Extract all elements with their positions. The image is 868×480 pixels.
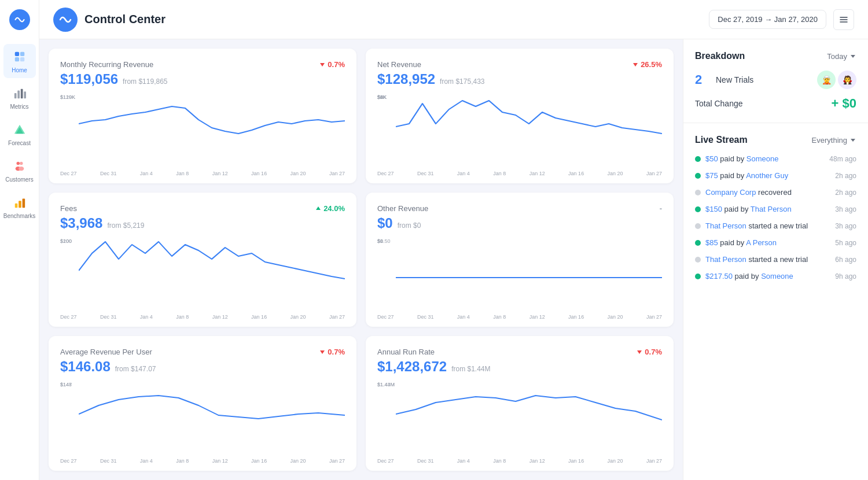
- arpu-badge: 0.7%: [319, 348, 345, 356]
- svg-marker-24: [320, 350, 325, 354]
- stream-company-3[interactable]: Company Corp: [705, 188, 756, 197]
- total-change-label: Total Change: [695, 99, 743, 108]
- fees-value: $3,968: [60, 215, 102, 231]
- new-trials-label: New Trials: [716, 75, 810, 84]
- stream-amount-4[interactable]: $150: [705, 205, 722, 213]
- stream-person-6[interactable]: A Person: [746, 238, 777, 247]
- svg-rect-3: [20, 57, 24, 61]
- stream-item-1: $50 paid by Someone 48m ago: [695, 154, 856, 163]
- stream-item-8: $217.50 paid by Someone 9h ago: [695, 272, 856, 280]
- stream-amount-8[interactable]: $217.50: [705, 272, 733, 280]
- stream-time-4: 3h ago: [835, 205, 856, 213]
- net-revenue-chart-plot: [396, 92, 662, 168]
- sidebar-item-benchmarks[interactable]: Benchmarks: [3, 190, 36, 224]
- mrr-change: 0.7%: [328, 60, 345, 69]
- stream-text-1: $50 paid by Someone: [705, 154, 825, 163]
- stream-item-3: Company Corp recovered 2h ago: [695, 188, 856, 197]
- sidebar-logo: [9, 9, 30, 30]
- net-revenue-chart-inner: $8K $6K $4K $2K: [377, 92, 662, 168]
- mrr-x-2: Dec 31: [100, 171, 117, 176]
- mrr-x-4: Jan 8: [176, 171, 189, 176]
- live-stream-filter-btn[interactable]: Everything: [812, 136, 856, 145]
- svg-marker-26: [851, 55, 855, 58]
- svg-rect-5: [17, 90, 20, 98]
- sidebar-item-metrics-label: Metrics: [10, 104, 28, 110]
- arr-x-labels: Dec 27 Dec 31 Jan 4 Jan 8 Jan 12 Jan 16 …: [377, 458, 662, 464]
- sidebar-item-home-label: Home: [12, 67, 27, 73]
- arr-from: from $1.44M: [451, 365, 490, 373]
- mrr-x-6: Jan 16: [251, 171, 267, 176]
- new-trials-count: 2: [695, 72, 709, 87]
- other-revenue-y-bottom: $0: [377, 238, 383, 244]
- svg-rect-1: [20, 52, 24, 56]
- stream-person-2[interactable]: Another Guy: [746, 171, 788, 180]
- stream-item-6: $85 paid by A Person 5h ago: [695, 238, 856, 247]
- stream-dot-3: [695, 190, 701, 195]
- other-revenue-title: Other Revenue: [377, 204, 428, 213]
- breakdown-filter-btn[interactable]: Today: [827, 52, 856, 61]
- stream-time-6: 5h ago: [835, 239, 856, 247]
- svg-marker-21: [633, 63, 638, 67]
- mrr-chart-inner: $120K $119K: [60, 92, 345, 168]
- sidebar-item-customers-label: Customers: [5, 176, 33, 183]
- svg-marker-20: [320, 63, 325, 67]
- stream-dot-1: [695, 156, 701, 162]
- other-revenue-x-labels: Dec 27 Dec 31 Jan 4 Jan 8 Jan 12 Jan 16 …: [377, 314, 662, 320]
- fees-chart-plot: [79, 236, 345, 312]
- stream-person-5[interactable]: That Person: [705, 221, 746, 230]
- avatar-2: 🧛: [838, 71, 856, 89]
- sidebar-item-home[interactable]: Home: [3, 44, 36, 78]
- forecast-icon: [12, 121, 28, 138]
- arpu-change: 0.7%: [328, 348, 345, 356]
- svg-rect-16: [22, 199, 25, 208]
- stream-item-2: $75 paid by Another Guy 2h ago: [695, 171, 856, 180]
- home-icon: [12, 49, 28, 65]
- fees-title: Fees: [60, 204, 77, 213]
- stream-text-7: That Person started a new trial: [705, 255, 830, 264]
- stream-amount-2[interactable]: $75: [705, 171, 718, 180]
- stream-person-1[interactable]: Someone: [746, 154, 779, 163]
- stream-amount-6[interactable]: $85: [705, 238, 718, 247]
- stream-time-2: 2h ago: [835, 172, 856, 180]
- arpu-card: Average Revenue Per User 0.7% $146.08 fr…: [49, 336, 356, 471]
- net-revenue-change: 26.5%: [641, 60, 662, 69]
- stream-person-4[interactable]: That Person: [751, 205, 792, 213]
- menu-button[interactable]: [833, 9, 854, 30]
- sidebar-item-forecast-label: Forecast: [8, 140, 31, 146]
- stream-text-2: $75 paid by Another Guy: [705, 171, 830, 180]
- mrr-x-5: Jan 12: [212, 171, 228, 176]
- stream-time-3: 2h ago: [835, 189, 856, 197]
- live-stream-section: Live Stream Everything $50 paid by Someo…: [683, 123, 868, 480]
- page-title: Control Center: [84, 13, 165, 26]
- other-revenue-from: from $0: [398, 221, 421, 230]
- arpu-y-bottom: $147: [60, 382, 72, 387]
- stream-person-8[interactable]: Someone: [761, 272, 793, 280]
- arr-header: Annual Run Rate 0.7%: [377, 348, 662, 356]
- net-revenue-from: from $175,433: [440, 77, 484, 86]
- mrr-value-row: $119,056 from $119,865: [60, 71, 345, 87]
- breakdown-header: Breakdown Today: [695, 51, 856, 61]
- mrr-title: Monthly Recurring Revenue: [60, 60, 153, 69]
- mrr-x-8: Jan 27: [329, 171, 345, 176]
- breakdown-title: Breakdown: [695, 51, 745, 61]
- stream-text-8: $217.50 paid by Someone: [705, 272, 830, 280]
- mrr-from: from $119,865: [123, 77, 167, 86]
- other-revenue-badge: -: [660, 204, 662, 213]
- sidebar-item-metrics[interactable]: Metrics: [3, 80, 36, 115]
- stream-text-3: Company Corp recovered: [705, 188, 830, 197]
- stream-amount-1[interactable]: $50: [705, 154, 718, 163]
- net-revenue-value: $128,952: [377, 71, 435, 87]
- live-stream-filter-label: Everything: [812, 136, 847, 145]
- stream-person-7[interactable]: That Person: [705, 255, 746, 264]
- mrr-y-bottom: $119K: [60, 94, 75, 100]
- net-revenue-y-bottom: $2K: [377, 94, 387, 100]
- mrr-header: Monthly Recurring Revenue 0.7%: [60, 60, 345, 69]
- sidebar-item-customers[interactable]: Customers: [3, 153, 36, 187]
- breakdown-section: Breakdown Today 2 New Trials 🧝 🧛 Tota: [683, 39, 868, 123]
- arpu-value-row: $146.08 from $147.07: [60, 359, 345, 375]
- other-revenue-chart-inner: $1 $0.50 $0: [377, 236, 662, 312]
- other-revenue-value: $0: [377, 215, 393, 231]
- sidebar-item-forecast[interactable]: Forecast: [3, 117, 36, 151]
- svg-point-10: [16, 162, 20, 165]
- date-range-picker[interactable]: Dec 27, 2019 → Jan 27, 2020: [709, 10, 826, 29]
